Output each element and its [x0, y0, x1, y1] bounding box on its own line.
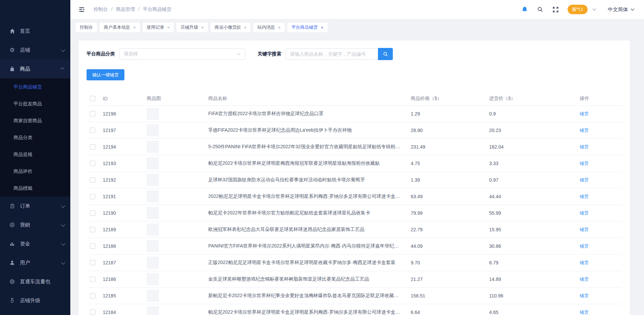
- sidebar-item-bullseye[interactable]: 直通车流量包: [0, 272, 70, 291]
- sidebar-item-bag[interactable]: 商品: [0, 59, 70, 78]
- tab-close-icon[interactable]: ×: [244, 25, 247, 30]
- gear-icon: ⚙: [9, 47, 16, 53]
- sidebar-item-home[interactable]: 首页: [0, 22, 70, 41]
- column-header: 商品价格（$）: [411, 96, 489, 102]
- sidebar-item-gear[interactable]: ⚙店铺: [0, 41, 70, 59]
- distribute-link[interactable]: 铺货: [580, 293, 589, 298]
- tab-商业小微贷款[interactable]: 商业小微贷款×: [211, 23, 251, 32]
- notifications-bell-icon[interactable]: [521, 6, 528, 13]
- sidebar-item-user[interactable]: 用户: [0, 253, 70, 272]
- sidebar-item-wheel[interactable]: 营銷: [0, 215, 70, 234]
- user-menu-chevron-down-icon[interactable]: [592, 8, 596, 11]
- keyword-filter-label: 关键字搜索: [258, 51, 281, 57]
- distribute-link[interactable]: 铺货: [580, 260, 589, 265]
- breadcrumb-item[interactable]: 商品管理: [116, 6, 135, 12]
- product-price: 44.09: [411, 243, 489, 249]
- product-image-cell: [147, 306, 208, 315]
- product-name: 欧洲冠军杯表彰纪念品大耳朵联赛足球奖杯球迷用品纪念品家居装饰工艺品: [208, 227, 411, 233]
- tab-close-icon[interactable]: ×: [201, 25, 204, 30]
- distribute-link[interactable]: 铺货: [580, 210, 589, 215]
- search-button[interactable]: [378, 48, 393, 60]
- distribute-link[interactable]: 铺货: [580, 227, 589, 232]
- distribute-link[interactable]: 铺货: [580, 111, 589, 116]
- row-checkbox[interactable]: [90, 293, 95, 298]
- row-checkbox[interactable]: [90, 161, 95, 166]
- sidebar-item-clipboard[interactable]: 订单: [0, 196, 70, 215]
- distribute-link[interactable]: 铺货: [580, 177, 589, 182]
- product-image-placeholder: [147, 108, 159, 120]
- row-actions-cell: 铺货: [580, 309, 622, 315]
- breadcrumb-item[interactable]: 控制台: [94, 6, 108, 12]
- tab-店铺升级[interactable]: 店铺升级×: [176, 23, 208, 32]
- row-checkbox[interactable]: [90, 144, 95, 150]
- tab-close-icon[interactable]: ×: [167, 25, 170, 30]
- distribute-link[interactable]: 铺货: [580, 194, 589, 199]
- breadcrumb-separator: /: [138, 6, 140, 12]
- column-header: ID: [103, 96, 147, 101]
- category-filter-label: 平台商品分类: [87, 51, 115, 57]
- row-actions-cell: 铺货: [580, 144, 622, 150]
- purchase-price: 3.33: [489, 161, 580, 166]
- confirm-bulk-distribute-button[interactable]: 确认一键铺货: [87, 69, 124, 80]
- row-checkbox[interactable]: [90, 210, 95, 216]
- row-actions-cell: 铺货: [580, 127, 622, 133]
- sidebar-item-label: 资金: [20, 241, 30, 247]
- category-select-placeholder: 请选择: [124, 51, 138, 57]
- product-price: 22.79: [411, 227, 489, 232]
- search-icon[interactable]: [537, 6, 544, 13]
- row-actions-cell: 铺货: [580, 260, 622, 266]
- row-checkbox[interactable]: [90, 310, 95, 315]
- product-image-cell: [147, 174, 208, 186]
- row-checkbox[interactable]: [90, 194, 95, 199]
- distribute-link[interactable]: 铺货: [580, 310, 589, 315]
- row-checkbox[interactable]: [90, 277, 95, 282]
- language-selector[interactable]: 中文简体: [608, 6, 635, 13]
- row-checkbox[interactable]: [90, 227, 95, 232]
- sidebar-item-medal[interactable]: 店铺升级: [0, 291, 70, 310]
- distribute-link[interactable]: 铺货: [580, 161, 589, 166]
- row-checkbox[interactable]: [90, 177, 95, 183]
- tab-平台商品铺货[interactable]: 平台商品铺货×: [287, 23, 328, 32]
- tab-close-icon[interactable]: ×: [133, 25, 136, 30]
- row-checkbox[interactable]: [90, 243, 95, 249]
- tab-商户基本信息[interactable]: 商户基本信息×: [100, 23, 140, 32]
- tab-使用记录[interactable]: 使用记录×: [143, 23, 174, 32]
- breadcrumb-item[interactable]: 平台商品铺货: [143, 6, 171, 12]
- table-row: 12197孚德FIFA2022卡塔尔世界杯足球纪念品周边La'eeb拉伊卜手办吉…: [87, 122, 622, 139]
- tab-站内消息[interactable]: 站内消息×: [253, 23, 285, 32]
- row-checkbox[interactable]: [90, 260, 95, 265]
- tab-close-icon[interactable]: ×: [321, 25, 324, 30]
- sidebar-subitem[interactable]: 平台商品铺货: [0, 78, 70, 95]
- row-checkbox[interactable]: [90, 111, 95, 116]
- select-all-checkbox[interactable]: [90, 96, 95, 101]
- row-checkbox[interactable]: [90, 128, 95, 133]
- fullscreen-icon[interactable]: [552, 6, 559, 13]
- sidebar-subitem[interactable]: 商品規格: [0, 146, 70, 163]
- sidebar-subitem[interactable]: 商品分类: [0, 129, 70, 146]
- keyword-search-input[interactable]: [286, 48, 378, 60]
- row-actions-cell: 铺货: [580, 111, 622, 117]
- sidebar-subitem[interactable]: 商品標籤: [0, 180, 70, 196]
- product-name: 金质足球奖杯雕塑游戏纪念锦标赛奖杯树脂装饰室足球比赛奖品纪念品工艺品: [208, 276, 411, 282]
- sidebar-item-label: 店铺升级: [20, 297, 40, 304]
- distribute-link[interactable]: 铺货: [580, 277, 589, 282]
- user-badge[interactable]: 服气1: [568, 5, 588, 14]
- product-image-cell: [147, 273, 208, 285]
- tab-控制台[interactable]: 控制台: [76, 23, 97, 32]
- category-select[interactable]: 请选择: [119, 48, 245, 60]
- sidebar-subitem[interactable]: 平台批发商品: [0, 95, 70, 112]
- product-name: 5-250件PANINI FIFA世界杯卡塔尔2022年32强业余爱好官方收藏明…: [208, 144, 411, 150]
- distribute-link[interactable]: 铺货: [580, 144, 589, 149]
- select-chevron-down-icon: [237, 53, 241, 55]
- tab-label: 控制台: [80, 24, 93, 30]
- sidebar-item-bar-chart[interactable]: 资金: [0, 234, 70, 253]
- sidebar-subitem[interactable]: 商品评价: [0, 163, 70, 180]
- product-id: 12184: [103, 310, 147, 315]
- product-price: 158.51: [411, 293, 489, 298]
- tab-close-icon[interactable]: ×: [278, 25, 281, 30]
- distribute-link[interactable]: 铺货: [580, 128, 589, 133]
- distribute-link[interactable]: 铺货: [580, 243, 589, 248]
- menu-fold-icon[interactable]: [78, 6, 85, 13]
- chevron-up-icon: [61, 68, 64, 71]
- sidebar-subitem[interactable]: 商家自营商品: [0, 112, 70, 129]
